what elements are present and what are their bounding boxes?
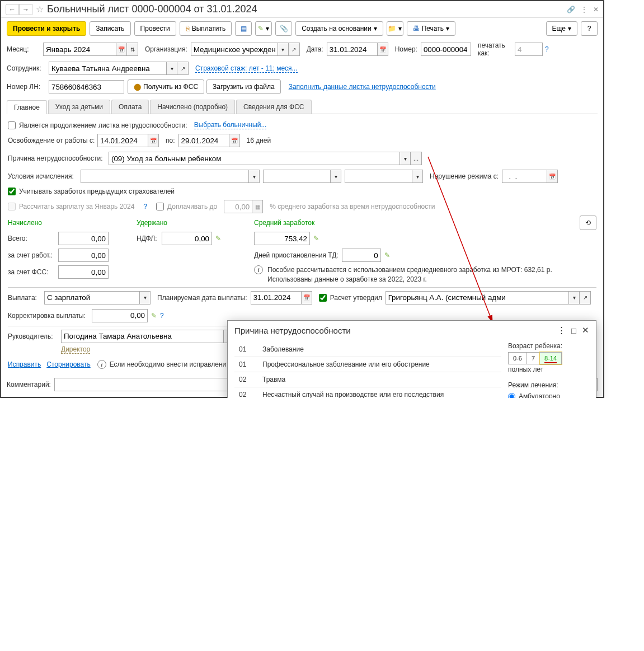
number-input[interactable]: [421, 43, 471, 56]
link-icon[interactable]: 🔗: [567, 6, 575, 13]
cond3-input[interactable]: [345, 170, 412, 183]
calendar-icon[interactable]: 📅: [116, 43, 127, 56]
nav-back[interactable]: ←: [6, 4, 19, 15]
director-link[interactable]: Директор: [61, 345, 90, 354]
tab-4[interactable]: Сведения для ФСС: [236, 100, 311, 114]
dropdown-icon[interactable]: ▾: [278, 43, 289, 56]
days-text: 16 дней: [247, 137, 271, 144]
help-icon[interactable]: ?: [545, 45, 549, 53]
cond2-input[interactable]: [263, 170, 330, 183]
calendar-icon[interactable]: 📅: [547, 170, 558, 183]
continuation-checkbox[interactable]: [8, 121, 16, 129]
favorite-icon[interactable]: ☆: [36, 4, 44, 15]
dropdown-icon[interactable]: ▾: [330, 170, 341, 183]
dropdown-icon[interactable]: ▾: [412, 170, 423, 183]
ndfl-input[interactable]: [162, 232, 212, 245]
menu-icon[interactable]: ⋮: [557, 325, 566, 335]
folder-icon-button[interactable]: 📁 ▾: [387, 21, 403, 36]
write-button[interactable]: Записать: [90, 21, 130, 36]
get-fss-button[interactable]: ⬤ Получить из ФСС: [128, 79, 204, 94]
printas-input[interactable]: [515, 43, 543, 56]
dropdown-icon[interactable]: ▾: [568, 291, 580, 305]
total-input[interactable]: [58, 232, 109, 245]
print-button[interactable]: 🖶 Печать ▾: [407, 21, 455, 36]
pencil-icon[interactable]: ✎: [151, 312, 157, 320]
correction-input[interactable]: [92, 309, 148, 322]
attach-icon-button[interactable]: 📎: [275, 21, 292, 36]
dropdown-icon[interactable]: ▾: [399, 152, 411, 165]
fill-data-link[interactable]: Заполнить данные листка нетрудоспособнос…: [289, 83, 436, 91]
employee-input[interactable]: [49, 62, 166, 75]
mode-radio[interactable]: Амбулаторно: [508, 391, 589, 398]
reason-row[interactable]: 02Несчастный случай на производстве или …: [234, 387, 501, 398]
dropdown-icon[interactable]: ▾: [166, 62, 177, 75]
load-file-button[interactable]: Загрузить из файла: [206, 79, 281, 94]
close-icon[interactable]: ✕: [582, 325, 589, 335]
manager-input[interactable]: [61, 330, 223, 343]
fix-link[interactable]: Исправить: [8, 360, 41, 368]
approved-input[interactable]: [386, 291, 568, 305]
calendar-icon[interactable]: 📅: [148, 134, 159, 147]
reason-row[interactable]: 01Профессиональное заболевание или его о…: [234, 357, 501, 372]
nav-fwd[interactable]: →: [19, 4, 32, 15]
refresh-button[interactable]: ⟲: [580, 216, 596, 230]
age-option[interactable]: 0-6: [508, 352, 527, 364]
pay-up-input[interactable]: [224, 200, 252, 213]
date-to-input[interactable]: [178, 134, 229, 147]
date-from-input[interactable]: [97, 134, 148, 147]
approved-checkbox[interactable]: [319, 294, 327, 302]
stepper-icon[interactable]: ⇅: [127, 43, 138, 56]
dropdown-icon[interactable]: ▾: [139, 291, 151, 305]
fss-input[interactable]: [58, 265, 109, 279]
pay-button[interactable]: ⎘ Выплатить: [180, 21, 232, 36]
open-icon[interactable]: ↗: [177, 62, 189, 75]
calendar-icon[interactable]: 📅: [229, 134, 240, 147]
edit-icon-button[interactable]: ✎ ▾: [255, 21, 272, 36]
tab-1[interactable]: Уход за детьми: [48, 100, 110, 114]
violation-date-input[interactable]: [502, 170, 547, 183]
tab-0[interactable]: Главное: [7, 100, 47, 114]
date-input[interactable]: [327, 43, 377, 56]
reason-row[interactable]: 02Травма: [234, 372, 501, 387]
ln-input[interactable]: [49, 80, 124, 93]
pencil-icon[interactable]: ✎: [384, 251, 390, 259]
pay-up-checkbox[interactable]: [156, 203, 164, 210]
pencil-icon[interactable]: ✎: [313, 235, 319, 242]
month-input[interactable]: [43, 43, 116, 56]
help-button[interactable]: ?: [581, 21, 598, 36]
planned-input[interactable]: [251, 291, 301, 305]
maximize-icon[interactable]: □: [571, 326, 576, 335]
calendar-icon[interactable]: 📅: [377, 43, 388, 56]
post-close-button[interactable]: Провести и закрыть: [7, 21, 86, 36]
calc-salary-checkbox: [8, 203, 16, 210]
cond1-input[interactable]: [81, 170, 248, 183]
reason-row[interactable]: 01Заболевание: [234, 342, 501, 357]
consider-prev-checkbox[interactable]: [8, 188, 16, 195]
calc-icon[interactable]: ▦: [252, 200, 263, 213]
reverse-link[interactable]: Сторнировать: [46, 360, 90, 368]
open-icon[interactable]: ↗: [580, 291, 591, 305]
age-option[interactable]: 7: [527, 352, 540, 364]
post-button[interactable]: Провести: [134, 21, 176, 36]
more-button[interactable]: Еще ▾: [546, 21, 577, 36]
reason-input[interactable]: [109, 152, 399, 165]
dropdown-icon[interactable]: ▾: [248, 170, 260, 183]
tab-3[interactable]: Начислено (подробно): [150, 100, 235, 114]
employer-input[interactable]: [58, 249, 109, 262]
doc-icon-button[interactable]: ▤: [235, 21, 252, 36]
tab-2[interactable]: Оплата: [111, 100, 149, 114]
calendar-icon[interactable]: 📅: [301, 291, 312, 305]
menu-icon[interactable]: ⋮: [581, 6, 587, 13]
select-icon[interactable]: …: [411, 152, 422, 165]
payment-input[interactable]: [44, 291, 139, 305]
select-sick-link[interactable]: Выбрать больничный...: [194, 121, 267, 129]
close-icon[interactable]: ✕: [593, 6, 599, 13]
insurance-link[interactable]: Страховой стаж: лет - 11; меся...: [195, 64, 298, 73]
age-option[interactable]: 8-14: [540, 352, 562, 364]
avg-input[interactable]: [254, 232, 310, 245]
org-input[interactable]: [191, 43, 278, 56]
open-icon[interactable]: ↗: [289, 43, 300, 56]
create-based-button[interactable]: Создать на основании ▾: [295, 21, 383, 36]
pencil-icon[interactable]: ✎: [215, 235, 221, 242]
suspend-input[interactable]: [342, 249, 381, 262]
